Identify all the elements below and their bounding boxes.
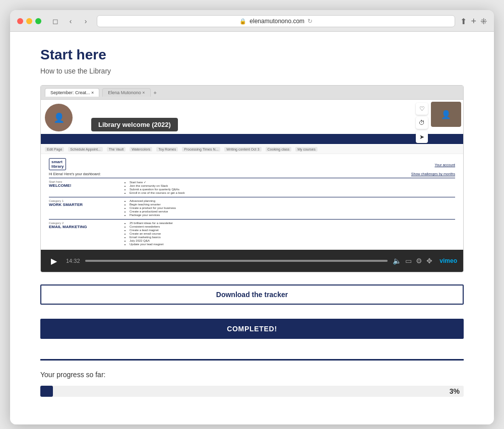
bullet-item: Create a product for your business bbox=[130, 206, 176, 209]
video-progress-bar[interactable] bbox=[85, 260, 388, 262]
traffic-lights bbox=[17, 18, 41, 24]
bullet-item: 25 brilliant ideas for a newsletter bbox=[130, 222, 173, 225]
page-title: Start here bbox=[40, 47, 464, 63]
bullet-item: Email marketing basics bbox=[130, 236, 173, 239]
bullet-item: Package your services bbox=[130, 213, 176, 217]
bullet-item: July 2022 Q&A bbox=[130, 239, 173, 242]
inner-section-email: Category 2 EMAIL MARKETING 25 brilliant … bbox=[49, 222, 455, 246]
inner-toolbar-item: Cooking class bbox=[266, 147, 292, 152]
settings-icon[interactable]: ⚙ bbox=[416, 257, 422, 265]
inner-bullet-list-welcome: Start here ✓ Join the community on Slack… bbox=[124, 180, 184, 195]
inner-tab-active: September: Creat... × bbox=[45, 88, 99, 97]
bullet-item: Advanced planning bbox=[130, 199, 176, 202]
inner-toolbar-item: Watercolors bbox=[130, 147, 152, 152]
play-button[interactable]: ▶ bbox=[47, 254, 61, 268]
completed-button[interactable]: COMPLETED! bbox=[40, 319, 464, 339]
progress-percent: 3% bbox=[450, 387, 460, 395]
video-screenshot: September: Creat... × Elena Mutonono × +… bbox=[41, 86, 463, 272]
video-container: September: Creat... × Elena Mutonono × +… bbox=[40, 85, 464, 272]
bullet-item: Submit a question for quarterly Q&As bbox=[130, 188, 184, 191]
inner-divider bbox=[49, 178, 455, 178]
dashboard-greeting: Hi Elena! Here's your dashboard: bbox=[49, 172, 101, 176]
video-controls: ▶ 14:32 🔈 ▭ ⚙ ✥ vimeo bbox=[41, 250, 463, 272]
inner-tab-inactive: Elena Mutonono × bbox=[102, 88, 150, 97]
close-button[interactable] bbox=[17, 18, 23, 24]
refresh-icon[interactable]: ↻ bbox=[307, 18, 312, 25]
inner-section-left: Start here WELCOME! bbox=[49, 180, 109, 195]
back-button[interactable]: ‹ bbox=[65, 15, 77, 27]
browser-chrome: ◻ ‹ › 🔒 elenamutonono.com ↻ ⬆ + ⁜ bbox=[10, 10, 494, 32]
show-challenges-link: Show challenges by months bbox=[411, 172, 455, 176]
video-icons: 🔈 ▭ ⚙ ✥ bbox=[393, 257, 432, 265]
page-content: Start here How to use the Library Septem… bbox=[10, 32, 494, 424]
volume-icon[interactable]: 🔈 bbox=[393, 257, 401, 265]
inner-divider bbox=[49, 219, 455, 220]
inner-toolbar-item: The Vault bbox=[107, 147, 125, 152]
inner-account-link: Your account bbox=[434, 163, 455, 167]
inner-section-left: Category 1 WORK SMARTER bbox=[49, 199, 109, 217]
inner-section-title: WORK SMARTER bbox=[49, 202, 109, 207]
video-overlay-title: Library welcome (2022) bbox=[91, 118, 178, 131]
progress-section: Your progress so far: 3% bbox=[40, 359, 464, 397]
maximize-button[interactable] bbox=[35, 18, 41, 24]
progress-label: Your progress so far: bbox=[40, 371, 464, 379]
video-time: 14:32 bbox=[66, 258, 80, 264]
new-tab-icon[interactable]: + bbox=[471, 16, 476, 27]
bullet-item: Join the community on Slack bbox=[130, 184, 184, 187]
download-tracker-button[interactable]: Download the tracker bbox=[40, 284, 464, 305]
share-icon[interactable]: ⬆ bbox=[460, 17, 467, 26]
inner-section-work-smarter: Category 1 WORK SMARTER Advanced plannin… bbox=[49, 199, 455, 217]
buttons-row: Download the tracker COMPLETED! bbox=[40, 284, 464, 339]
inner-section-title: EMAIL MARKETING bbox=[49, 225, 109, 229]
progress-bar-fill bbox=[40, 386, 53, 397]
page-subtitle: How to use the Library bbox=[40, 67, 464, 75]
sidebar-toggle[interactable]: ◻ bbox=[49, 15, 61, 27]
heart-icon: ♡ bbox=[416, 103, 428, 115]
inner-avatar-corner: 👤 bbox=[431, 102, 461, 127]
bullet-item: Update your lead magnet bbox=[130, 243, 173, 246]
inner-toolbar-item: Processing Times N... bbox=[182, 147, 220, 152]
subtitles-icon[interactable]: ▭ bbox=[405, 257, 412, 265]
address-bar[interactable]: 🔒 elenamutonono.com ↻ bbox=[97, 15, 455, 27]
bullet-item: Create an email course bbox=[130, 232, 173, 235]
vimeo-logo: vimeo bbox=[439, 257, 457, 264]
inner-toolbar-item: Schedule Appoint... bbox=[68, 147, 102, 152]
browser-window: ◻ ‹ › 🔒 elenamutonono.com ↻ ⬆ + ⁜ Start … bbox=[10, 10, 494, 424]
inner-toolbar-item: My courses bbox=[295, 147, 318, 152]
inner-nav bbox=[41, 134, 463, 144]
browser-actions: ⬆ + ⁜ bbox=[460, 16, 487, 27]
inner-section-left: Category 2 EMAIL MARKETING bbox=[49, 222, 109, 246]
forward-button[interactable]: › bbox=[80, 15, 92, 27]
inner-section-welcome: Start here WELCOME! Start here ✓ Join th… bbox=[49, 180, 455, 195]
inner-browser-bar: September: Creat... × Elena Mutonono × + bbox=[41, 86, 463, 100]
fullscreen-icon[interactable]: ✥ bbox=[426, 257, 432, 265]
browser-controls: ◻ ‹ › bbox=[49, 15, 92, 27]
send-icon: ➤ bbox=[416, 131, 428, 143]
inner-bullet-list-work: Advanced planning Begin teaching smarter… bbox=[124, 199, 176, 217]
bullet-item: Create a lead magnet bbox=[130, 229, 173, 232]
inner-toolbar: Edit Page Schedule Appoint... The Vault … bbox=[41, 145, 463, 154]
inner-toolbar-item: Writing content Oct 3 bbox=[224, 147, 261, 152]
inner-toolbar-item: Edit Page bbox=[45, 147, 64, 152]
bullet-item: Start here ✓ bbox=[130, 180, 184, 184]
lock-icon: 🔒 bbox=[239, 18, 246, 25]
inner-avatar: 👤 bbox=[45, 104, 73, 131]
clock-icon: ⏱ bbox=[416, 117, 428, 129]
bullet-item: Enroll in one of the courses or get a bo… bbox=[130, 191, 184, 194]
bullet-item: Consistent newsletters bbox=[130, 225, 173, 228]
url-text: elenamutonono.com bbox=[249, 18, 304, 25]
bullet-item: Begin teaching smarter bbox=[130, 203, 176, 206]
corner-icons: ♡ ⏱ ➤ bbox=[416, 103, 428, 143]
video-progress-fill bbox=[85, 260, 388, 262]
minimize-button[interactable] bbox=[26, 18, 32, 24]
inner-divider bbox=[49, 197, 455, 197]
progress-bar-outer: 3% bbox=[40, 386, 464, 397]
inner-toolbar-item: Toy Romes bbox=[156, 147, 178, 152]
smart-library-logo: smartlibrary bbox=[49, 158, 66, 170]
inner-bullet-list-email: 25 brilliant ideas for a newsletter Cons… bbox=[124, 222, 173, 246]
inner-dashboard-header: Hi Elena! Here's your dashboard: Show ch… bbox=[49, 171, 455, 176]
inner-section-title: WELCOME! bbox=[49, 183, 109, 188]
grid-icon[interactable]: ⁜ bbox=[480, 17, 487, 26]
bullet-item: Create a productized service bbox=[130, 210, 176, 213]
